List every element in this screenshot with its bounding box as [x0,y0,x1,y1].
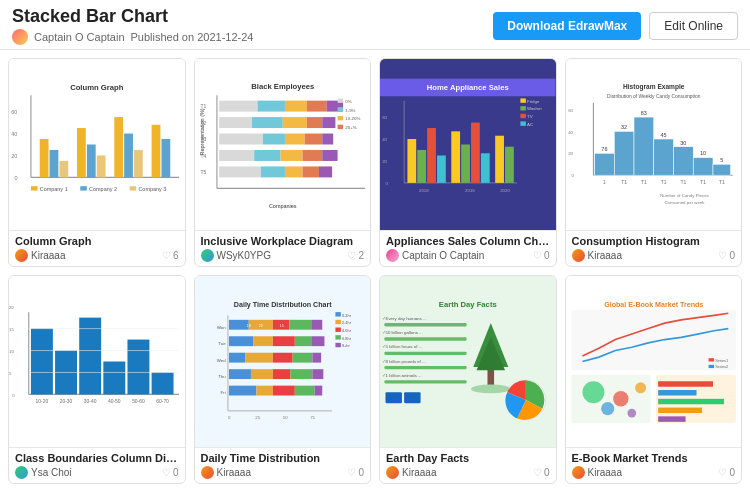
svg-rect-38 [282,117,306,128]
card-author-ebook: Kiraaaa [572,466,622,479]
card-title-column-graph: Column Graph [15,235,179,247]
svg-rect-139 [152,372,174,394]
svg-text:0: 0 [14,175,17,181]
svg-rect-186 [272,353,292,363]
svg-text:T1: T1 [718,180,724,185]
svg-rect-138 [127,340,149,395]
svg-rect-10 [114,117,123,177]
svg-text:Column Graph: Column Graph [70,83,123,92]
card-histogram[interactable]: Histogram Example Distribution of Weekly… [565,58,743,267]
svg-rect-192 [272,369,290,379]
svg-text:10-20%: 10-20% [345,116,360,121]
svg-rect-55 [318,166,331,177]
card-title-earth-day: Earth Day Facts [386,452,550,464]
svg-text:83: 83 [640,110,646,116]
card-likes-1: ♡ 6 [162,250,179,261]
card-appliances[interactable]: Home Appliance Sales Fridge Washer TV AC [379,58,557,267]
svg-rect-184 [229,353,245,363]
svg-text:2020: 2020 [500,188,510,193]
svg-rect-82 [407,139,416,183]
svg-rect-197 [256,386,272,396]
svg-rect-178 [229,336,253,346]
svg-rect-185 [245,353,272,363]
download-button[interactable]: Download EdrawMax [493,12,641,40]
edit-button[interactable]: Edit Online [649,12,738,40]
svg-rect-43 [284,134,304,145]
svg-point-236 [601,402,614,415]
svg-text:Wed: Wed [216,358,225,363]
svg-text:22: 22 [258,324,262,328]
svg-text:25: 25 [255,415,260,420]
card-meta-earth-day: Kiraaaa ♡ 0 [386,466,550,479]
svg-text:20: 20 [568,151,573,156]
thumb-ebook: Global E-Book Market Trends [566,276,742,447]
svg-text:✓: ✓ [382,329,386,335]
svg-text:T4: T4 [200,154,206,159]
card-grid: Column Graph [0,50,750,492]
svg-rect-19 [130,186,137,190]
svg-rect-193 [290,369,312,379]
svg-text:Consumed per week: Consumed per week [664,200,705,205]
svg-text:✓: ✓ [382,372,386,378]
author-avatar-2 [201,249,214,262]
card-info-histogram: Consumption Histogram Kiraaaa ♡ 0 [566,230,742,266]
svg-text:75: 75 [310,415,315,420]
thumb-earth-day: Earth Day Facts Every day humans ... 50 … [380,276,556,447]
svg-rect-85 [437,155,446,182]
svg-text:1 billion animals ...: 1 billion animals ... [385,373,421,378]
svg-text:Thu: Thu [218,374,226,379]
card-title-histogram: Consumption Histogram [572,235,736,247]
card-title-class-boundaries: Class Boundaries Column Diagram [15,452,179,464]
svg-rect-172 [289,320,311,330]
svg-rect-84 [427,128,436,183]
svg-rect-49 [302,150,322,161]
card-inclusive-workplace[interactable]: Black Employees Representation (%) Compa… [194,58,372,267]
svg-rect-109 [693,158,713,176]
svg-text:T1: T1 [680,180,686,185]
svg-rect-107 [653,139,673,175]
author-avatar-7 [386,466,399,479]
heart-icon-1: ♡ [162,250,171,261]
svg-rect-173 [311,320,322,330]
svg-rect-72 [520,98,525,102]
svg-text:20: 20 [9,305,14,310]
author-avatar-3 [386,249,399,262]
svg-rect-54 [302,166,318,177]
card-earth-day[interactable]: Earth Day Facts Every day humans ... 50 … [379,275,557,484]
svg-text:60: 60 [11,109,17,115]
card-ebook[interactable]: Global E-Book Market Trends [565,275,743,484]
svg-text:TV: TV [527,114,533,119]
publish-date: Published on 2021-12-24 [131,31,254,43]
author-name: Captain O Captain [34,31,125,43]
svg-rect-67 [337,125,342,129]
svg-text:T1: T1 [641,180,647,185]
card-column-graph[interactable]: Column Graph [8,58,186,267]
card-likes-7: ♡ 0 [533,467,550,478]
card-info-daily-time: Daily Time Distribution Kiraaaa ♡ 0 [195,447,371,483]
svg-text:Global E-Book Market Trends: Global E-Book Market Trends [604,301,703,309]
svg-text:60: 60 [382,115,387,120]
svg-rect-40 [322,117,335,128]
svg-rect-187 [292,353,312,363]
svg-rect-89 [481,153,490,183]
card-title-inclusive: Inclusive Workplace Diagram [201,235,365,247]
svg-rect-36 [219,117,252,128]
svg-rect-216 [384,380,466,383]
card-author-earth-day: Kiraaaa [386,466,436,479]
card-likes-8: ♡ 0 [718,467,735,478]
thumb-column-graph: Column Graph [9,59,185,230]
card-class-boundaries[interactable]: 10-20 20-30 30-40 40-50 50-60 60-70 0 5 … [8,275,186,484]
svg-rect-108 [673,147,693,176]
svg-text:2018: 2018 [419,188,429,193]
svg-text:18: 18 [246,324,250,328]
svg-text:2019: 2019 [465,188,475,193]
svg-text:20+%: 20+% [345,125,356,130]
svg-rect-210 [384,337,466,340]
svg-text:Series1: Series1 [715,359,728,363]
svg-rect-53 [284,166,302,177]
card-daily-time[interactable]: Daily Time Distribution Chart 0-2hr 2-4h… [194,275,372,484]
svg-text:AC: AC [527,122,533,127]
svg-rect-134 [31,329,53,395]
svg-rect-105 [614,131,634,175]
svg-text:30-40: 30-40 [84,399,97,404]
